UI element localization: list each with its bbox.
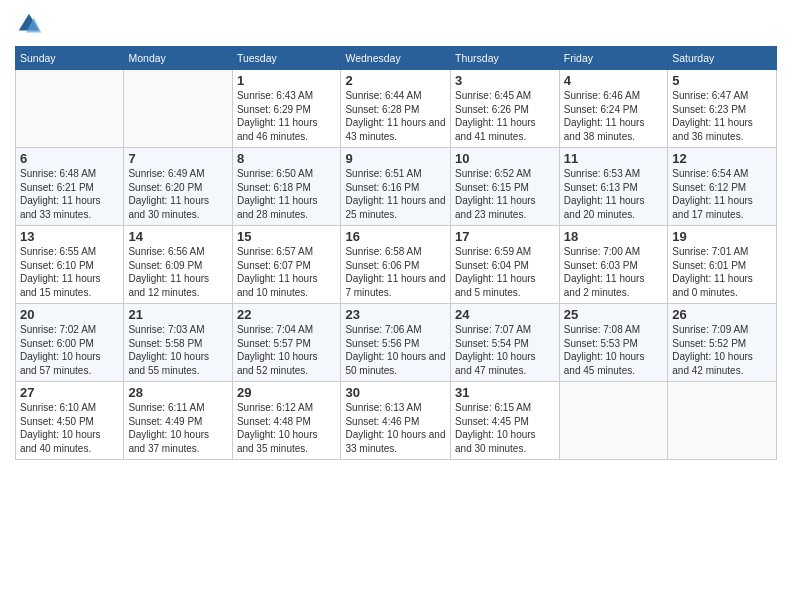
calendar-cell: 21Sunrise: 7:03 AM Sunset: 5:58 PM Dayli…: [124, 304, 232, 382]
logo-icon: [15, 10, 43, 38]
day-number: 17: [455, 229, 555, 244]
day-number: 10: [455, 151, 555, 166]
day-number: 21: [128, 307, 227, 322]
week-row-4: 20Sunrise: 7:02 AM Sunset: 6:00 PM Dayli…: [16, 304, 777, 382]
calendar-cell: 5Sunrise: 6:47 AM Sunset: 6:23 PM Daylig…: [668, 70, 777, 148]
calendar-cell: 11Sunrise: 6:53 AM Sunset: 6:13 PM Dayli…: [559, 148, 667, 226]
day-info: Sunrise: 6:15 AM Sunset: 4:45 PM Dayligh…: [455, 401, 555, 455]
calendar-cell: 19Sunrise: 7:01 AM Sunset: 6:01 PM Dayli…: [668, 226, 777, 304]
calendar-cell: 31Sunrise: 6:15 AM Sunset: 4:45 PM Dayli…: [451, 382, 560, 460]
calendar-cell: [16, 70, 124, 148]
calendar-cell: 2Sunrise: 6:44 AM Sunset: 6:28 PM Daylig…: [341, 70, 451, 148]
day-info: Sunrise: 6:50 AM Sunset: 6:18 PM Dayligh…: [237, 167, 337, 221]
calendar-cell: [559, 382, 667, 460]
day-number: 28: [128, 385, 227, 400]
weekday-header-monday: Monday: [124, 47, 232, 70]
calendar-cell: 10Sunrise: 6:52 AM Sunset: 6:15 PM Dayli…: [451, 148, 560, 226]
calendar-cell: 14Sunrise: 6:56 AM Sunset: 6:09 PM Dayli…: [124, 226, 232, 304]
day-number: 31: [455, 385, 555, 400]
day-info: Sunrise: 6:10 AM Sunset: 4:50 PM Dayligh…: [20, 401, 119, 455]
calendar-cell: 20Sunrise: 7:02 AM Sunset: 6:00 PM Dayli…: [16, 304, 124, 382]
logo: [15, 10, 47, 38]
weekday-header-wednesday: Wednesday: [341, 47, 451, 70]
calendar-cell: [668, 382, 777, 460]
calendar-cell: 8Sunrise: 6:50 AM Sunset: 6:18 PM Daylig…: [232, 148, 341, 226]
calendar-cell: 17Sunrise: 6:59 AM Sunset: 6:04 PM Dayli…: [451, 226, 560, 304]
calendar-cell: 3Sunrise: 6:45 AM Sunset: 6:26 PM Daylig…: [451, 70, 560, 148]
header: [15, 10, 777, 38]
calendar-cell: 1Sunrise: 6:43 AM Sunset: 6:29 PM Daylig…: [232, 70, 341, 148]
day-number: 20: [20, 307, 119, 322]
calendar-table: SundayMondayTuesdayWednesdayThursdayFrid…: [15, 46, 777, 460]
day-info: Sunrise: 7:00 AM Sunset: 6:03 PM Dayligh…: [564, 245, 663, 299]
day-number: 5: [672, 73, 772, 88]
calendar-header: SundayMondayTuesdayWednesdayThursdayFrid…: [16, 47, 777, 70]
day-info: Sunrise: 6:55 AM Sunset: 6:10 PM Dayligh…: [20, 245, 119, 299]
calendar-cell: 27Sunrise: 6:10 AM Sunset: 4:50 PM Dayli…: [16, 382, 124, 460]
day-number: 16: [345, 229, 446, 244]
day-info: Sunrise: 6:44 AM Sunset: 6:28 PM Dayligh…: [345, 89, 446, 143]
day-info: Sunrise: 7:04 AM Sunset: 5:57 PM Dayligh…: [237, 323, 337, 377]
day-number: 26: [672, 307, 772, 322]
calendar-cell: 16Sunrise: 6:58 AM Sunset: 6:06 PM Dayli…: [341, 226, 451, 304]
calendar-cell: 28Sunrise: 6:11 AM Sunset: 4:49 PM Dayli…: [124, 382, 232, 460]
day-info: Sunrise: 6:57 AM Sunset: 6:07 PM Dayligh…: [237, 245, 337, 299]
day-info: Sunrise: 7:08 AM Sunset: 5:53 PM Dayligh…: [564, 323, 663, 377]
week-row-5: 27Sunrise: 6:10 AM Sunset: 4:50 PM Dayli…: [16, 382, 777, 460]
day-info: Sunrise: 6:11 AM Sunset: 4:49 PM Dayligh…: [128, 401, 227, 455]
day-number: 25: [564, 307, 663, 322]
calendar-cell: 12Sunrise: 6:54 AM Sunset: 6:12 PM Dayli…: [668, 148, 777, 226]
day-info: Sunrise: 6:48 AM Sunset: 6:21 PM Dayligh…: [20, 167, 119, 221]
day-number: 22: [237, 307, 337, 322]
day-number: 6: [20, 151, 119, 166]
day-number: 7: [128, 151, 227, 166]
day-number: 30: [345, 385, 446, 400]
calendar-cell: 30Sunrise: 6:13 AM Sunset: 4:46 PM Dayli…: [341, 382, 451, 460]
day-number: 11: [564, 151, 663, 166]
weekday-header-sunday: Sunday: [16, 47, 124, 70]
weekday-header-tuesday: Tuesday: [232, 47, 341, 70]
day-number: 9: [345, 151, 446, 166]
day-number: 2: [345, 73, 446, 88]
day-number: 3: [455, 73, 555, 88]
week-row-2: 6Sunrise: 6:48 AM Sunset: 6:21 PM Daylig…: [16, 148, 777, 226]
day-info: Sunrise: 7:07 AM Sunset: 5:54 PM Dayligh…: [455, 323, 555, 377]
day-number: 12: [672, 151, 772, 166]
calendar-cell: 13Sunrise: 6:55 AM Sunset: 6:10 PM Dayli…: [16, 226, 124, 304]
day-info: Sunrise: 6:59 AM Sunset: 6:04 PM Dayligh…: [455, 245, 555, 299]
calendar-cell: 18Sunrise: 7:00 AM Sunset: 6:03 PM Dayli…: [559, 226, 667, 304]
calendar-cell: 15Sunrise: 6:57 AM Sunset: 6:07 PM Dayli…: [232, 226, 341, 304]
weekday-header-row: SundayMondayTuesdayWednesdayThursdayFrid…: [16, 47, 777, 70]
day-number: 15: [237, 229, 337, 244]
day-info: Sunrise: 6:45 AM Sunset: 6:26 PM Dayligh…: [455, 89, 555, 143]
day-info: Sunrise: 6:54 AM Sunset: 6:12 PM Dayligh…: [672, 167, 772, 221]
day-number: 4: [564, 73, 663, 88]
day-info: Sunrise: 7:06 AM Sunset: 5:56 PM Dayligh…: [345, 323, 446, 377]
day-info: Sunrise: 6:12 AM Sunset: 4:48 PM Dayligh…: [237, 401, 337, 455]
calendar-cell: 29Sunrise: 6:12 AM Sunset: 4:48 PM Dayli…: [232, 382, 341, 460]
day-info: Sunrise: 7:03 AM Sunset: 5:58 PM Dayligh…: [128, 323, 227, 377]
day-info: Sunrise: 6:53 AM Sunset: 6:13 PM Dayligh…: [564, 167, 663, 221]
page: SundayMondayTuesdayWednesdayThursdayFrid…: [0, 0, 792, 612]
calendar-cell: 25Sunrise: 7:08 AM Sunset: 5:53 PM Dayli…: [559, 304, 667, 382]
day-info: Sunrise: 6:51 AM Sunset: 6:16 PM Dayligh…: [345, 167, 446, 221]
weekday-header-saturday: Saturday: [668, 47, 777, 70]
week-row-1: 1Sunrise: 6:43 AM Sunset: 6:29 PM Daylig…: [16, 70, 777, 148]
day-info: Sunrise: 6:49 AM Sunset: 6:20 PM Dayligh…: [128, 167, 227, 221]
week-row-3: 13Sunrise: 6:55 AM Sunset: 6:10 PM Dayli…: [16, 226, 777, 304]
weekday-header-thursday: Thursday: [451, 47, 560, 70]
day-number: 14: [128, 229, 227, 244]
day-info: Sunrise: 6:13 AM Sunset: 4:46 PM Dayligh…: [345, 401, 446, 455]
weekday-header-friday: Friday: [559, 47, 667, 70]
calendar-cell: 22Sunrise: 7:04 AM Sunset: 5:57 PM Dayli…: [232, 304, 341, 382]
day-info: Sunrise: 6:58 AM Sunset: 6:06 PM Dayligh…: [345, 245, 446, 299]
day-info: Sunrise: 6:56 AM Sunset: 6:09 PM Dayligh…: [128, 245, 227, 299]
calendar-body: 1Sunrise: 6:43 AM Sunset: 6:29 PM Daylig…: [16, 70, 777, 460]
day-number: 23: [345, 307, 446, 322]
day-info: Sunrise: 7:02 AM Sunset: 6:00 PM Dayligh…: [20, 323, 119, 377]
calendar-cell: 26Sunrise: 7:09 AM Sunset: 5:52 PM Dayli…: [668, 304, 777, 382]
day-number: 13: [20, 229, 119, 244]
day-info: Sunrise: 6:47 AM Sunset: 6:23 PM Dayligh…: [672, 89, 772, 143]
day-info: Sunrise: 6:46 AM Sunset: 6:24 PM Dayligh…: [564, 89, 663, 143]
calendar-cell: [124, 70, 232, 148]
